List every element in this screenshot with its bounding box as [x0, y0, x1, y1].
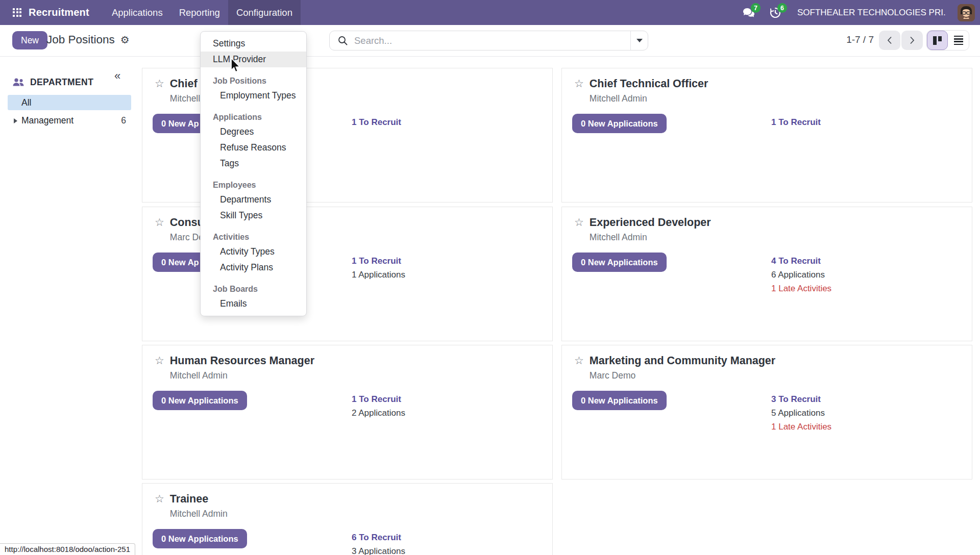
department-people-icon	[12, 78, 24, 87]
app-name[interactable]: Recruitment	[29, 7, 89, 18]
chevron-left-icon	[887, 36, 893, 45]
sidebar-item-all[interactable]: All	[8, 95, 131, 110]
search-icon	[338, 36, 348, 45]
job-manager: Mitchell Admin	[590, 232, 711, 243]
favorite-star-icon[interactable]: ☆	[574, 354, 584, 381]
menu-item-tags[interactable]: Tags	[201, 156, 306, 171]
applications-stat[interactable]: 6 Applications	[771, 268, 831, 282]
management-count: 6	[121, 115, 126, 126]
to-recruit-stat[interactable]: 1 To Recruit	[352, 115, 401, 129]
messages-icon[interactable]: 7	[740, 0, 757, 25]
menu-item-activity-plans[interactable]: Activity Plans	[201, 260, 306, 275]
menu-item-activity-types[interactable]: Activity Types	[201, 244, 306, 260]
favorite-star-icon[interactable]: ☆	[155, 216, 164, 243]
new-applications-button[interactable]: 0 New Ap	[153, 114, 208, 133]
new-applications-button[interactable]: 0 New Applications	[572, 253, 667, 272]
menu-item-employment-types[interactable]: Employment Types	[201, 88, 306, 104]
to-recruit-stat[interactable]: 1 To Recruit	[771, 115, 821, 129]
job-card-experienced-developer[interactable]: ☆ Experienced Developer Mitchell Admin 0…	[561, 207, 972, 341]
favorite-star-icon[interactable]: ☆	[574, 77, 584, 104]
job-card-human-resources-manager[interactable]: ☆ Human Resources Manager Mitchell Admin…	[142, 345, 553, 480]
late-activities-stat[interactable]: 1 Late Activities	[771, 282, 831, 295]
sidebar-all-label: All	[21, 97, 31, 108]
search-input[interactable]	[354, 35, 630, 46]
activities-badge: 6	[777, 3, 787, 13]
nav-item-reporting[interactable]: Reporting	[171, 0, 228, 25]
job-manager: Mitchell Admin	[590, 93, 708, 104]
search-dropdown-toggle[interactable]	[630, 31, 648, 50]
menu-item-degrees[interactable]: Degrees	[201, 124, 306, 140]
new-button[interactable]: New	[12, 31, 47, 49]
to-recruit-stat[interactable]: 3 To Recruit	[771, 392, 831, 406]
sidebar-management-label: Management	[21, 115, 74, 126]
to-recruit-stat[interactable]: 6 To Recruit	[352, 531, 405, 544]
menu-item-emails[interactable]: Emails	[201, 296, 306, 312]
favorite-star-icon[interactable]: ☆	[574, 216, 584, 243]
company-name[interactable]: SOFTHEALER TECHNOLOGIES PRI...	[797, 8, 946, 18]
job-card-chief-technical-officer[interactable]: ☆ Chief Technical Officer Mitchell Admin…	[561, 68, 972, 203]
job-manager: Mitchell Admin	[170, 509, 228, 519]
job-title: Marketing and Community Manager	[590, 354, 775, 367]
chevron-down-icon	[636, 39, 643, 42]
messages-badge: 7	[751, 3, 761, 13]
user-avatar[interactable]	[958, 4, 975, 21]
nav-item-configuration[interactable]: Configuration	[228, 0, 301, 25]
job-title: Human Resources Manager	[170, 354, 314, 367]
apps-grid-icon[interactable]	[13, 8, 22, 17]
applications-stat[interactable]: 5 Applications	[771, 406, 831, 420]
job-title: Trainee	[170, 492, 228, 506]
menu-section-job-positions: Job Positions	[201, 74, 306, 88]
new-applications-button[interactable]: 0 New Applications	[153, 391, 247, 410]
menu-item-refuse-reasons[interactable]: Refuse Reasons	[201, 140, 306, 156]
new-applications-button[interactable]: 0 New Applications	[572, 391, 667, 410]
applications-stat[interactable]: 3 Applications	[352, 544, 405, 555]
to-recruit-stat[interactable]: 4 To Recruit	[771, 254, 831, 268]
sidebar-item-management[interactable]: Management 6	[8, 113, 131, 129]
job-card-trainee[interactable]: ☆ Trainee Mitchell Admin 0 New Applicati…	[142, 483, 553, 555]
list-view-button[interactable]	[948, 31, 969, 50]
gear-icon[interactable]: ⚙	[120, 35, 130, 45]
new-applications-button[interactable]: 0 New Ap	[153, 253, 208, 272]
top-navbar: Recruitment Applications Reporting Confi…	[0, 0, 980, 25]
avatar-illustration	[958, 4, 975, 21]
sidebar-collapse-icon[interactable]: «	[114, 69, 120, 83]
menu-item-settings[interactable]: Settings	[201, 36, 306, 52]
pager-previous-button[interactable]	[879, 31, 900, 50]
configuration-dropdown-menu: Settings LLM Provider Job Positions Empl…	[200, 31, 307, 316]
applications-stat[interactable]: 2 Applications	[352, 406, 405, 420]
department-section-title: DEPARTMENT	[30, 77, 93, 88]
kanban-view-button[interactable]	[927, 31, 948, 50]
job-card-marketing-community-manager[interactable]: ☆ Marketing and Community Manager Marc D…	[561, 345, 972, 480]
job-manager: Marc Demo	[590, 370, 775, 381]
applications-stat[interactable]: 1 Applications	[352, 268, 405, 282]
job-title: Experienced Developer	[590, 216, 711, 229]
chevron-right-icon	[909, 36, 915, 45]
menu-item-skill-types[interactable]: Skill Types	[201, 208, 306, 223]
new-applications-button[interactable]: 0 New Applications	[572, 114, 667, 133]
mouse-cursor	[229, 58, 242, 73]
search-bar	[329, 31, 648, 51]
list-view-icon	[954, 36, 963, 45]
pager-next-button[interactable]	[901, 31, 923, 50]
page-title: Job Positions	[46, 33, 115, 46]
menu-item-departments[interactable]: Departments	[201, 192, 306, 208]
favorite-star-icon[interactable]: ☆	[155, 77, 164, 104]
favorite-star-icon[interactable]: ☆	[155, 354, 164, 381]
pager: 1-7 / 7	[832, 34, 874, 45]
view-switcher	[926, 30, 969, 51]
control-panel: New Job Positions ⚙ 1-7 / 7	[0, 25, 980, 57]
late-activities-stat[interactable]: 1 Late Activities	[771, 420, 831, 434]
department-section-header: DEPARTMENT	[12, 77, 93, 88]
activities-icon[interactable]: 6	[767, 0, 784, 25]
new-applications-button[interactable]: 0 New Applications	[153, 529, 247, 548]
job-title: Chief Technical Officer	[590, 77, 708, 90]
nav-item-applications[interactable]: Applications	[104, 0, 171, 25]
expand-caret-icon[interactable]	[14, 118, 17, 123]
menu-item-llm-provider[interactable]: LLM Provider	[201, 52, 306, 67]
to-recruit-stat[interactable]: 1 To Recruit	[352, 392, 405, 406]
favorite-star-icon[interactable]: ☆	[155, 492, 164, 519]
menu-section-activities: Activities	[201, 231, 306, 244]
kanban-view-icon	[933, 36, 942, 45]
to-recruit-stat[interactable]: 1 To Recruit	[352, 254, 405, 268]
menu-section-job-boards: Job Boards	[201, 283, 306, 296]
